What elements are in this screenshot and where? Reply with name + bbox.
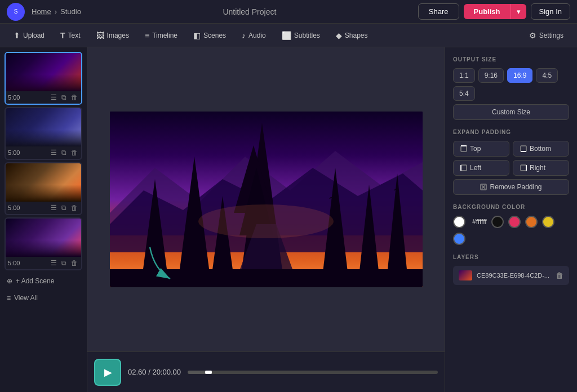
- share-button[interactable]: Share: [418, 3, 459, 20]
- scene-item[interactable]: 5:00 ☰ ⧉ 🗑: [5, 162, 82, 215]
- padding-left-button[interactable]: Left: [453, 160, 509, 176]
- remove-padding-button[interactable]: Remove Padding: [453, 179, 569, 195]
- svg-point-14: [198, 204, 334, 238]
- padding-bottom-icon: [520, 145, 527, 152]
- color-swatch-orange[interactable]: [525, 216, 538, 228]
- ratio-buttons: 1:1 9:16 16:9 4:5 5:4: [453, 68, 569, 101]
- layer-item[interactable]: CE89C33E-E698-4C2D-... 🗑: [453, 266, 569, 285]
- padding-top-icon: [460, 145, 467, 152]
- layer-name: CE89C33E-E698-4C2D-...: [477, 272, 551, 279]
- view-all-button[interactable]: ≡ View All: [5, 292, 82, 306]
- color-swatches: #ffffff: [453, 216, 569, 245]
- scene-item[interactable]: 5:00 ☰ ⧉ 🗑: [5, 107, 82, 160]
- toolbar-shapes[interactable]: ◆ Shapes: [329, 28, 375, 43]
- scene-controls: 5:00 ☰ ⧉ 🗑: [6, 146, 81, 159]
- scene-menu-icon[interactable]: ☰: [50, 203, 58, 212]
- toolbar-upload[interactable]: ⬆ Upload: [7, 28, 51, 43]
- scene-time: 5:00: [8, 94, 47, 101]
- current-time: 02.60: [128, 368, 147, 376]
- scenes-panel: 5:00 ☰ ⧉ 🗑 5:00 ☰ ⧉ 🗑 5:00: [0, 47, 87, 392]
- timeline-handle[interactable]: [205, 371, 212, 374]
- expand-padding-section: EXPAND PADDING Top: [453, 129, 569, 195]
- toolbar-text[interactable]: T Text: [54, 28, 87, 43]
- ratio-5-4[interactable]: 5:4: [453, 86, 475, 101]
- total-time: 20:00.00: [152, 368, 181, 376]
- ratio-9-16[interactable]: 9:16: [478, 68, 504, 83]
- scene-thumbnail: [6, 108, 81, 146]
- padding-right-button[interactable]: Right: [513, 160, 569, 176]
- scene-delete-icon[interactable]: 🗑: [70, 148, 79, 157]
- toolbar-subtitles[interactable]: ⬜ Subtitles: [275, 28, 327, 43]
- scene-copy-icon[interactable]: ⧉: [60, 148, 68, 157]
- color-swatch-blue[interactable]: [453, 233, 465, 245]
- app-logo: S: [7, 3, 25, 21]
- toolbar-audio[interactable]: ♪ Audio: [235, 28, 273, 43]
- color-swatch-yellow[interactable]: [542, 216, 554, 228]
- toolbar-settings[interactable]: ⚙ Settings: [522, 28, 570, 43]
- timeline-bar-container: [188, 371, 438, 374]
- padding-top-button[interactable]: Top: [453, 141, 509, 157]
- scene-thumbnail: [6, 219, 81, 257]
- time-display: 02.60 / 20:00.00: [128, 368, 181, 376]
- canvas-content: [87, 47, 445, 351]
- scene-menu-icon[interactable]: ☰: [50, 148, 58, 157]
- toolbar-scenes[interactable]: ◧ Scenes: [187, 28, 233, 43]
- scene-delete-icon[interactable]: 🗑: [70, 259, 79, 268]
- layer-thumbnail: [459, 270, 472, 280]
- remove-padding-icon: [480, 184, 487, 190]
- canvas-image: [110, 112, 423, 287]
- output-size-section: OUTPUT SIZE 1:1 9:16 16:9 4:5 5:4 Custom…: [453, 56, 569, 120]
- scene-time: 5:00: [8, 260, 47, 266]
- canvas-frame[interactable]: [110, 112, 423, 287]
- publish-arrow-button[interactable]: ▾: [511, 4, 526, 19]
- timeline-progress-bar[interactable]: [188, 371, 438, 374]
- add-scene-label: + Add Scene: [16, 277, 54, 285]
- output-size-title: OUTPUT SIZE: [453, 56, 569, 63]
- scene-menu-icon[interactable]: ☰: [50, 259, 58, 268]
- color-value-label: #ffffff: [472, 218, 487, 226]
- svg-rect-20: [461, 165, 467, 171]
- right-panel: OUTPUT SIZE 1:1 9:16 16:9 4:5 5:4 Custom…: [445, 47, 577, 392]
- signin-button[interactable]: Sign In: [531, 3, 570, 20]
- background-color-title: BACKGROUND COLOR: [453, 204, 569, 210]
- layers-title: LAYERS: [453, 254, 569, 260]
- ratio-1-1[interactable]: 1:1: [453, 68, 475, 83]
- scene-controls: 5:00 ☰ ⧉ 🗑: [6, 257, 81, 269]
- layers-section: LAYERS CE89C33E-E698-4C2D-... 🗑: [453, 254, 569, 285]
- color-swatch-black[interactable]: [491, 216, 504, 228]
- padding-bottom-button[interactable]: Bottom: [513, 141, 569, 157]
- scene-time: 5:00: [8, 204, 47, 211]
- svg-rect-13: [110, 269, 423, 287]
- project-title: Untitled Project: [88, 7, 411, 16]
- add-scene-button[interactable]: ⊕ + Add Scene: [5, 273, 82, 289]
- toolbar-images[interactable]: 🖼 Images: [90, 28, 136, 43]
- color-swatch-red[interactable]: [508, 216, 521, 228]
- background-color-section: BACKGROUND COLOR #ffffff: [453, 204, 569, 245]
- toolbar-timeline[interactable]: ≡ Timeline: [138, 28, 184, 43]
- scene-delete-icon[interactable]: 🗑: [70, 203, 79, 212]
- audio-icon: ♪: [242, 31, 246, 40]
- expand-padding-title: EXPAND PADDING: [453, 129, 569, 135]
- scene-copy-icon[interactable]: ⧉: [60, 203, 68, 212]
- publish-button[interactable]: Publish: [464, 4, 511, 19]
- custom-size-button[interactable]: Custom Size: [453, 104, 569, 120]
- scene-menu-icon[interactable]: ☰: [50, 93, 58, 102]
- scene-item[interactable]: 5:00 ☰ ⧉ 🗑: [5, 217, 82, 270]
- toolbar: ⬆ Upload T Text 🖼 Images ≡ Timeline ◧ Sc…: [0, 24, 577, 47]
- text-icon: T: [60, 31, 65, 40]
- scene-delete-icon[interactable]: 🗑: [70, 93, 79, 102]
- breadcrumb-home[interactable]: Home: [32, 7, 51, 16]
- ratio-4-5[interactable]: 4:5: [536, 68, 558, 83]
- layer-delete-icon[interactable]: 🗑: [556, 271, 563, 280]
- view-all-icon: ≡: [7, 294, 11, 302]
- scene-copy-icon[interactable]: ⧉: [60, 93, 68, 102]
- scene-copy-icon[interactable]: ⧉: [60, 259, 68, 268]
- ratio-16-9[interactable]: 16:9: [507, 68, 532, 83]
- add-scene-icon: ⊕: [7, 277, 12, 285]
- color-swatch-white[interactable]: [453, 216, 465, 228]
- timeline-area: ▶ 02.60 / 20:00.00: [87, 351, 445, 392]
- play-button[interactable]: ▶: [94, 359, 121, 386]
- scene-item[interactable]: 5:00 ☰ ⧉ 🗑: [5, 52, 82, 105]
- timeline-icon: ≡: [145, 31, 149, 40]
- padding-right-icon: [520, 164, 527, 171]
